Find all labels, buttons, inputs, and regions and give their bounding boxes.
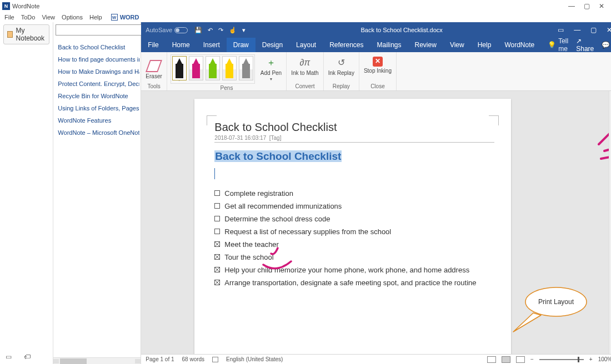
notebook-panel: My Notebook ▭ 🏷 [0,22,53,364]
list-item[interactable]: Recycle Bin for WordNote [57,90,139,102]
document-canvas[interactable]: Back to School Checklist 2018-07-31 16:0… [141,91,611,354]
zoom-out-button[interactable]: − [530,356,534,362]
tell-me-button[interactable]: 💡 Tell me [548,37,568,53]
page[interactable]: Back to School Checklist 2018-07-31 16:0… [194,99,511,354]
callout-print-layout: Print Layout [509,284,592,334]
ink-replay-button[interactable]: ↺ Ink Replay [327,54,355,76]
pen-pink[interactable] [189,56,203,80]
qat-undo-button[interactable]: ↶ [208,27,213,34]
pen-green[interactable] [206,56,220,80]
tab-review[interactable]: Review [408,38,443,52]
status-language[interactable]: English (United States) [226,356,283,362]
tab-layout[interactable]: Layout [289,38,323,52]
comments-button[interactable]: 💬 [602,41,610,49]
menu-file[interactable]: File [4,14,14,21]
page-icon[interactable]: ▭ [6,353,12,361]
lightbulb-icon: 💡 [548,41,556,49]
checkbox-checked-icon [214,254,220,260]
autosave-switch-icon [174,27,188,33]
word-launch[interactable]: W WORD [111,14,139,21]
window-close-button[interactable]: ✕ [599,2,604,10]
tab-mailings[interactable]: Mailings [370,38,408,52]
collapse-ribbon-button[interactable]: ˄ [608,52,611,90]
search-input[interactable] [56,24,155,36]
checklist-item[interactable]: Get all recommended immunizations [214,202,494,210]
vertical-scrollbar[interactable]: ▴ ▾ [609,91,611,354]
window-maximize-button[interactable]: ▢ [584,2,590,10]
checklist-item[interactable]: Tour the school [214,253,494,261]
stop-inking-button[interactable]: ✕ Stop Inking [363,54,393,74]
tab-view[interactable]: View [443,38,471,52]
checkbox-checked-icon [214,267,220,272]
menu-view[interactable]: View [42,14,55,21]
document-heading[interactable]: Back to School Checklist [214,150,342,162]
menu-options[interactable]: Options [62,14,83,21]
qat-save-button[interactable]: 💾 [194,27,202,34]
plus-icon: ＋ [265,57,277,69]
group-label-tools: Tools [147,82,160,90]
pen-yellow[interactable] [222,56,237,80]
list-item[interactable]: How to Make Drawings and Handwriting [57,65,139,78]
ribbon-group-convert: ∂π Ink to Math Convert [287,52,323,90]
pen-gray[interactable] [239,56,253,80]
status-words[interactable]: 68 words [182,356,205,362]
checklist-item[interactable]: Arrange transportation, designate a safe… [214,279,494,287]
autosave-toggle[interactable]: AutoSave [146,27,188,33]
checklist: Complete registration Get all recommende… [214,189,494,287]
window-minimize-button[interactable]: — [568,2,575,10]
checklist-item[interactable]: Determine the school dress code [214,215,494,223]
ink-to-math-button[interactable]: ∂π Ink to Math [290,54,319,76]
checklist-item[interactable]: Complete registration [214,189,494,198]
tab-draw[interactable]: Draw [227,38,256,52]
qat-touch-button[interactable]: ☝ [229,27,237,34]
eraser-button[interactable]: Eraser [144,54,163,79]
qat-redo-button[interactable]: ↷ [218,27,223,34]
list-item[interactable]: How to find page documents in WordNote [57,53,139,65]
list-item[interactable]: Protect Content. Encrypt, Decrypt, W [57,78,139,90]
share-button[interactable]: ↗ Share [576,37,594,53]
qat-more-button[interactable]: ▾ [242,27,246,34]
svg-point-2 [525,287,587,316]
status-page[interactable]: Page 1 of 1 [146,356,174,362]
text-cursor-icon [214,168,215,179]
eraser-icon [146,60,162,72]
pens-gallery: ▼ [171,54,255,84]
ribbon-display-options-button[interactable]: ▭ [558,26,564,34]
list-item[interactable]: Using Links of Folders, Pages, and Parag… [57,102,139,114]
word-maximize-button[interactable]: ▢ [590,26,597,34]
word-close-button[interactable]: ✕ [607,26,611,34]
tab-file[interactable]: File [141,38,165,52]
zoom-level[interactable]: 100% [598,356,611,362]
tab-home[interactable]: Home [166,38,197,52]
callout-text: Print Layout [538,298,574,306]
checklist-item[interactable]: Request a list of necessary supplies fro… [214,228,494,236]
checklist-item[interactable]: Meet the teacher [214,240,494,249]
tab-insert[interactable]: Insert [197,38,227,52]
zoom-in-button[interactable]: + [589,356,593,362]
list-item[interactable]: WordNote – Microsoft OneNote Alternative [57,127,139,139]
tab-design[interactable]: Design [256,38,289,52]
checklist-item[interactable]: Help your child memorize your home phone… [214,266,494,274]
replay-icon: ↺ [335,57,347,69]
view-web-layout-button[interactable] [516,356,525,363]
list-item[interactable]: WordNote Features [57,114,139,127]
margin-marker-icon [489,115,499,125]
word-minimize-button[interactable]: — [574,26,580,34]
word-icon: W [111,14,118,21]
notebook-icon [7,31,13,38]
menu-todo[interactable]: ToDo [21,14,36,21]
tab-references[interactable]: References [323,38,370,52]
tab-wordnote[interactable]: WordNote [498,38,541,52]
notebook-selector[interactable]: My Notebook [3,24,49,44]
view-print-layout-button[interactable] [502,356,510,363]
add-pen-button[interactable]: ＋ Add Pen ▼ [259,54,283,82]
list-item[interactable]: Back to School Checklist [57,41,139,53]
pen-black[interactable] [172,56,187,80]
spellcheck-icon[interactable] [212,357,218,362]
tag-icon[interactable]: 🏷 [24,353,31,361]
horizontal-scrollbar[interactable] [53,357,141,364]
tab-help[interactable]: Help [471,38,498,52]
view-read-mode-button[interactable] [487,356,496,363]
menu-help[interactable]: Help [89,14,102,21]
zoom-slider[interactable] [539,359,584,360]
